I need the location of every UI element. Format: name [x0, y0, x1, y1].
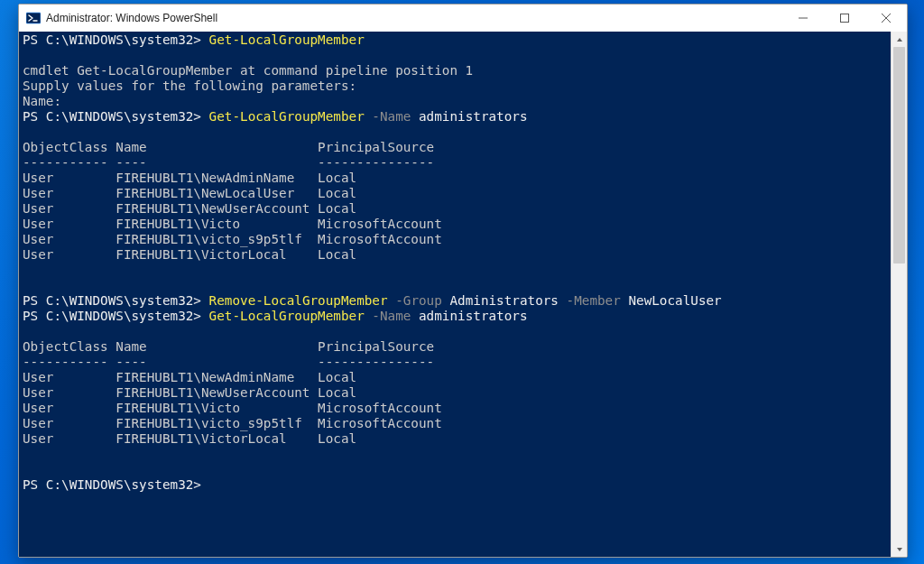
table-rule: ----------- ---- --------------- [23, 155, 434, 170]
table-row: User FIREHUBLT1\victo_s9p5tlf MicrosoftA… [23, 416, 442, 430]
table-header: ObjectClass Name PrincipalSource [23, 339, 434, 354]
svg-rect-0 [26, 13, 41, 23]
minimize-button[interactable] [782, 5, 824, 32]
cmdlet: Get-LocalGroupMember [209, 32, 365, 47]
parameter: -Name [365, 309, 419, 323]
scroll-up-button[interactable] [892, 32, 907, 47]
client-area: PS C:\WINDOWS\system32> Get-LocalGroupMe… [19, 32, 907, 557]
scrollbar-thumb[interactable] [893, 47, 905, 264]
window-title: Administrator: Windows PowerShell [46, 12, 217, 24]
titlebar[interactable]: Administrator: Windows PowerShell [19, 5, 907, 32]
argument: administrators [419, 109, 528, 124]
close-button[interactable] [865, 5, 907, 32]
vertical-scrollbar[interactable] [891, 32, 907, 557]
parameter: -Member [559, 293, 628, 308]
prompt: PS C:\WINDOWS\system32> [23, 109, 209, 124]
cmdlet: Get-LocalGroupMember [209, 109, 365, 124]
table-header: ObjectClass Name PrincipalSource [23, 140, 434, 154]
table-row: User FIREHUBLT1\Victo MicrosoftAccount [23, 401, 442, 415]
table-row: User FIREHUBLT1\Victo MicrosoftAccount [23, 217, 442, 231]
terminal-output[interactable]: PS C:\WINDOWS\system32> Get-LocalGroupMe… [19, 32, 891, 557]
prompt: PS C:\WINDOWS\system32> [23, 477, 209, 492]
table-row: User FIREHUBLT1\victo_s9p5tlf MicrosoftA… [23, 232, 442, 246]
table-rule: ----------- ---- --------------- [23, 355, 434, 369]
argument: Administrators [449, 293, 559, 308]
prompt: PS C:\WINDOWS\system32> [23, 293, 209, 308]
table-row: User FIREHUBLT1\NewUserAccount Local [23, 385, 356, 400]
output-line: cmdlet Get-LocalGroupMember at command p… [23, 63, 473, 78]
table-row: User FIREHUBLT1\NewAdminName Local [23, 370, 356, 384]
prompt: PS C:\WINDOWS\system32> [23, 32, 209, 47]
prompt: PS C:\WINDOWS\system32> [23, 309, 209, 323]
powershell-icon [26, 11, 41, 25]
output-line: Name: [23, 94, 61, 108]
maximize-button[interactable] [824, 5, 865, 32]
powershell-window: Administrator: Windows PowerShell PS C:\… [18, 4, 908, 558]
svg-rect-4 [841, 14, 849, 23]
table-row: User FIREHUBLT1\NewUserAccount Local [23, 201, 356, 216]
argument: NewLocalUser [628, 293, 721, 308]
scroll-down-button[interactable] [892, 541, 907, 557]
argument: administrators [419, 309, 528, 323]
table-row: User FIREHUBLT1\NewAdminName Local [23, 171, 356, 185]
parameter: -Group [388, 293, 450, 308]
parameter: -Name [365, 109, 419, 124]
cmdlet: Remove-LocalGroupMember [209, 293, 388, 308]
table-row: User FIREHUBLT1\NewLocalUser Local [23, 186, 356, 200]
cmdlet: Get-LocalGroupMember [209, 309, 365, 323]
table-row: User FIREHUBLT1\VictorLocal Local [23, 247, 356, 262]
table-row: User FIREHUBLT1\VictorLocal Local [23, 431, 356, 446]
output-line: Supply values for the following paramete… [23, 79, 356, 93]
